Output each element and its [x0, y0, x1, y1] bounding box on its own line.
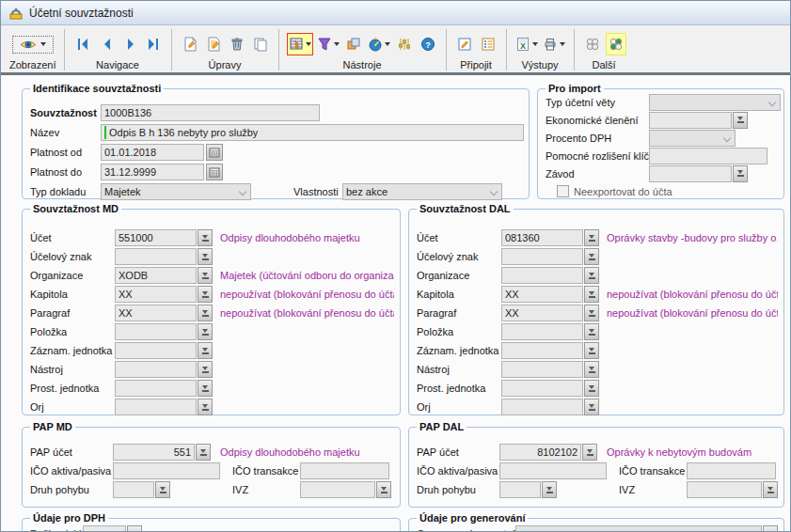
filter-button[interactable] — [316, 33, 340, 55]
settings-button[interactable] — [394, 33, 415, 55]
lookup-button[interactable] — [198, 248, 213, 265]
md-ucet-field[interactable]: 551000 — [115, 229, 197, 246]
clover-green-button[interactable] — [606, 33, 626, 55]
pap-md-ucet-field[interactable]: 551 — [113, 444, 195, 461]
dal-kapitola-field[interactable]: XX — [501, 286, 583, 303]
procento-dph-select[interactable] — [649, 130, 736, 147]
ekonomicke-cleneni-field[interactable] — [649, 112, 732, 129]
lookup-button[interactable] — [733, 165, 748, 182]
lookup-button[interactable] — [198, 399, 213, 415]
platnost-do-field[interactable]: 31.12.9999 — [101, 164, 204, 180]
md-nastroj-field[interactable] — [115, 361, 197, 378]
view-mode-button[interactable] — [12, 36, 54, 54]
pap-dal-druh-pohybu-field[interactable] — [499, 481, 541, 498]
platnost-od-field[interactable]: 01.01.2018 — [101, 144, 204, 161]
lookup-button[interactable] — [196, 444, 211, 461]
lookup-button[interactable] — [763, 525, 778, 532]
attach-note-button[interactable] — [454, 33, 475, 55]
lookup-button[interactable] — [733, 112, 748, 129]
copy-record-button[interactable] — [250, 33, 271, 55]
nazev-field[interactable]: Odpis B h 136 nebyty pro služby — [101, 124, 524, 141]
lookup-button[interactable] — [584, 380, 599, 397]
md-ucelovy-znak-field[interactable] — [115, 248, 197, 265]
pap-md-ivz-field[interactable] — [300, 481, 375, 498]
md-organizace-field[interactable]: XODB — [115, 267, 197, 284]
md-prost-jednotka-field[interactable] — [115, 380, 197, 397]
dal-paragraf-field[interactable]: XX — [501, 305, 583, 321]
neexportovat-checkbox[interactable] — [557, 185, 569, 197]
toolbar-separator — [446, 29, 447, 70]
lookup-button[interactable] — [584, 399, 599, 415]
group-pap-md: PAP MD PAP účet 551 Odpisy dlouhodobého … — [22, 427, 401, 508]
export-excel-button[interactable]: X — [514, 33, 539, 55]
md-kapitola-field[interactable]: XX — [115, 286, 197, 303]
nav-prev-button[interactable] — [96, 33, 117, 55]
lookup-button[interactable] — [198, 342, 213, 359]
new-record-button[interactable] — [180, 33, 200, 55]
nav-first-button[interactable] — [72, 33, 93, 55]
pomocne-rozliseni-label: Pomocné rozlišení klíče — [546, 150, 649, 162]
dal-polozka-field[interactable] — [501, 323, 583, 340]
lookup-button[interactable] — [198, 380, 213, 397]
pap-dal-ico-aktiva-field[interactable] — [499, 462, 607, 479]
nav-last-button[interactable] — [143, 33, 164, 55]
lookup-button[interactable] — [198, 267, 213, 284]
lookup-button[interactable] — [584, 323, 599, 340]
delete-record-button[interactable] — [227, 33, 247, 55]
pomocne-rozliseni-field[interactable] — [649, 148, 767, 164]
dal-organizace-field[interactable] — [501, 267, 583, 284]
calendar-button[interactable] — [206, 164, 223, 180]
pap-dal-ucet-field[interactable]: 8102102 — [499, 444, 581, 461]
lookup-button[interactable] — [198, 361, 213, 378]
print-button[interactable] — [542, 33, 566, 55]
md-zaznam-jednotka-field[interactable] — [115, 342, 197, 359]
lookup-button[interactable] — [584, 361, 599, 378]
dal-ucelovy-znak-field[interactable] — [501, 248, 583, 265]
typ-ucetni-vety-select[interactable] — [649, 94, 781, 111]
lookup-button[interactable] — [584, 267, 599, 284]
lookup-button[interactable] — [198, 286, 213, 303]
clover-gray-button[interactable] — [582, 33, 603, 55]
dph-partial-field[interactable] — [83, 525, 126, 532]
lookup-button[interactable] — [155, 481, 170, 498]
typ-dokladu-select[interactable]: Majetek — [101, 183, 251, 200]
edit-record-button[interactable] — [203, 33, 224, 55]
lookup-button[interactable] — [584, 229, 599, 246]
column-filter-button[interactable] — [287, 33, 313, 55]
pap-dal-ivz-field[interactable] — [687, 481, 762, 498]
nav-next-button[interactable] — [119, 33, 140, 55]
dal-orj-field[interactable] — [501, 399, 583, 415]
zavod-field[interactable] — [649, 165, 732, 182]
dal-zaznam-jednotka-field[interactable] — [501, 342, 583, 359]
lookup-button[interactable] — [198, 323, 213, 340]
lookup-button[interactable] — [584, 286, 599, 303]
dal-prost-jednotka-field[interactable] — [501, 380, 583, 397]
lookup-button[interactable] — [582, 444, 597, 461]
lookup-button[interactable] — [763, 481, 778, 498]
lookup-button[interactable] — [198, 305, 213, 321]
lookup-button[interactable] — [584, 248, 599, 265]
lookup-button[interactable] — [584, 342, 599, 359]
pap-md-druh-pohybu-field[interactable] — [113, 481, 154, 498]
help-button[interactable]: ? — [418, 33, 438, 55]
md-paragraf-field[interactable]: XX — [115, 305, 197, 321]
lookup-button[interactable] — [584, 305, 599, 321]
attach-list-button[interactable] — [478, 33, 498, 55]
md-orj-field[interactable] — [115, 399, 197, 415]
md-polozka-field[interactable] — [115, 323, 197, 340]
pap-md-ico-transakce-field[interactable] — [300, 462, 389, 479]
pap-dal-ico-transakce-field[interactable] — [687, 462, 776, 479]
generovani-partial-field[interactable] — [515, 525, 762, 532]
history-button[interactable] — [367, 33, 391, 55]
lookup-button[interactable] — [376, 481, 391, 498]
lookup-button[interactable] — [542, 481, 557, 498]
vlastnosti-select[interactable]: bez akce — [342, 183, 502, 200]
dal-nastroj-field[interactable] — [501, 361, 583, 378]
calendar-button[interactable] — [206, 144, 223, 161]
souvztaznost-field[interactable]: 1000B136 — [101, 104, 320, 121]
lookup-button[interactable] — [198, 229, 213, 246]
pap-md-ico-aktiva-field[interactable] — [113, 462, 220, 479]
transfer-button[interactable] — [343, 33, 364, 55]
dal-ucet-field[interactable]: 081360 — [501, 229, 583, 246]
lookup-button[interactable] — [127, 525, 142, 532]
